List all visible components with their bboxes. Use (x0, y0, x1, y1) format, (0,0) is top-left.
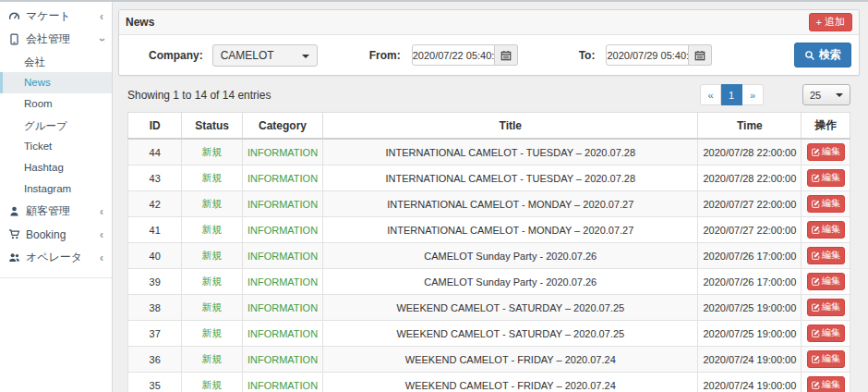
edit-icon (812, 355, 820, 363)
edit-button[interactable]: 編集 (807, 273, 845, 290)
row-id: 44 (128, 139, 182, 165)
row-actions: 編集 (802, 217, 850, 243)
search-button[interactable]: 検索 (794, 43, 851, 67)
sidebar-item-news[interactable]: News (0, 72, 112, 93)
edit-icon (812, 329, 820, 337)
table-row: 37 新規 INFORMATION WEEKEND CAMELOT - SATU… (128, 321, 850, 347)
row-actions: 編集 (802, 295, 850, 321)
edit-button[interactable]: 編集 (807, 169, 845, 187)
to-calendar-button[interactable] (689, 44, 712, 66)
sidebar-item-company-admin[interactable]: 会社管理 ‹ (0, 28, 112, 51)
edit-button[interactable]: 編集 (807, 221, 845, 239)
to-datetime-group (606, 44, 712, 66)
edit-button[interactable]: 編集 (807, 247, 845, 264)
add-button[interactable]: + 追加 (809, 13, 852, 31)
row-title: WEEKEND CAMELOT - SATURDAY – 2020.07.25 (323, 321, 698, 347)
row-status: 新規 (182, 373, 243, 392)
row-status: 新規 (182, 321, 243, 347)
row-category: INFORMATION (242, 165, 322, 191)
sidebar-item-market[interactable]: マケート ‹ (0, 5, 112, 28)
row-category: INFORMATION (242, 139, 322, 165)
sidebar-item-ticket[interactable]: Ticket (0, 136, 112, 157)
row-status: 新規 (182, 191, 243, 217)
sidebar-item-room[interactable]: Room (0, 93, 112, 115)
sidebar-divider (0, 277, 112, 278)
page-title: News (126, 16, 154, 29)
row-id: 40 (128, 243, 182, 269)
sidebar-item-customer-admin[interactable]: 顧客管理 ‹ (0, 200, 112, 223)
row-title: INTERNATIONAL CAMELOT - TUESDAY – 2020.0… (323, 139, 698, 165)
row-title: INTERNATIONAL CAMELOT - MONDAY – 2020.07… (323, 191, 698, 217)
row-category: INFORMATION (242, 269, 322, 295)
to-datetime-input[interactable] (606, 44, 689, 66)
chevron-left-icon: ‹ (100, 206, 103, 217)
pagination-page-1[interactable]: 1 (721, 84, 742, 105)
panel-header: News + 追加 (119, 10, 859, 35)
row-category: INFORMATION (242, 243, 322, 269)
row-category: INFORMATION (242, 217, 322, 243)
edit-icon (812, 303, 820, 312)
sidebar-item-group[interactable]: グループ (0, 115, 112, 136)
sidebar-item-hashtag[interactable]: Hashtag (0, 157, 112, 178)
pagination: « 1 » (700, 84, 764, 105)
news-panel: News + 追加 Company: CAMELOT From: (118, 9, 860, 76)
row-id: 35 (128, 373, 182, 392)
edit-icon (812, 148, 820, 156)
row-category: INFORMATION (242, 347, 322, 373)
row-id: 43 (128, 165, 182, 191)
edit-button[interactable]: 編集 (807, 143, 845, 161)
row-id: 39 (128, 269, 182, 295)
row-status: 新規 (182, 243, 243, 269)
chevron-down-icon: ‹ (96, 38, 107, 42)
from-datetime-input[interactable] (412, 44, 495, 66)
from-label: From: (369, 49, 401, 62)
row-category: INFORMATION (242, 321, 322, 347)
pagination-prev-button[interactable]: « (700, 84, 721, 105)
row-status: 新規 (182, 347, 243, 373)
table-row: 38 新規 INFORMATION WEEKEND CAMELOT - SATU… (128, 295, 850, 321)
row-time: 2020/07/25 19:00:00 (698, 295, 802, 321)
sidebar-item-booking[interactable]: Booking ‹ (0, 223, 112, 246)
news-table: ID Status Category Title Time 操作 44 新規 I… (127, 112, 850, 392)
from-datetime-group (412, 44, 518, 66)
edit-icon (812, 277, 820, 286)
edit-icon (812, 174, 820, 182)
edit-button[interactable]: 編集 (807, 195, 845, 213)
caret-down-icon (836, 93, 843, 101)
sidebar: マケート ‹ 会社管理 ‹ 会社 News Room グループ Ticket H… (0, 2, 113, 392)
edit-button[interactable]: 編集 (807, 299, 845, 316)
page-size-select[interactable]: 25 (802, 84, 850, 105)
sidebar-item-label: オペレータ (26, 250, 94, 265)
sidebar-item-label: Booking (26, 228, 94, 241)
table-row: 41 新規 INFORMATION INTERNATIONAL CAMELOT … (128, 217, 850, 243)
caret-down-icon (302, 55, 309, 62)
row-category: INFORMATION (242, 191, 322, 217)
calendar-icon (694, 50, 705, 61)
row-time: 2020/07/24 19:00:00 (698, 347, 802, 373)
edit-icon (812, 251, 820, 260)
column-header-id: ID (128, 113, 182, 140)
edit-button[interactable]: 編集 (807, 376, 845, 392)
sidebar-item-operator[interactable]: オペレータ ‹ (0, 246, 112, 269)
row-status: 新規 (182, 295, 243, 321)
sidebar-item-kaisha[interactable]: 会社 (0, 51, 112, 72)
news-table-container: ID Status Category Title Time 操作 44 新規 I… (127, 112, 850, 392)
row-id: 36 (128, 347, 182, 373)
table-row: 39 新規 INFORMATION CAMELOT Sunday Party -… (128, 269, 850, 295)
sidebar-item-instagram[interactable]: Instagram (0, 178, 112, 200)
company-select[interactable]: CAMELOT (212, 44, 318, 67)
row-status: 新規 (182, 139, 243, 165)
edit-icon (812, 226, 820, 234)
sidebar-item-label: 会社管理 (26, 31, 94, 47)
column-header-time: Time (698, 113, 802, 140)
column-header-category: Category (242, 113, 322, 140)
pagination-next-button[interactable]: » (742, 84, 764, 105)
row-actions: 編集 (802, 321, 850, 347)
table-row: 40 新規 INFORMATION CAMELOT Sunday Party -… (128, 243, 850, 269)
row-actions: 編集 (802, 269, 850, 295)
edit-button[interactable]: 編集 (807, 325, 845, 342)
edit-button[interactable]: 編集 (807, 350, 845, 368)
calendar-icon (500, 50, 512, 61)
to-label: To: (579, 49, 596, 62)
from-calendar-button[interactable] (495, 44, 518, 66)
